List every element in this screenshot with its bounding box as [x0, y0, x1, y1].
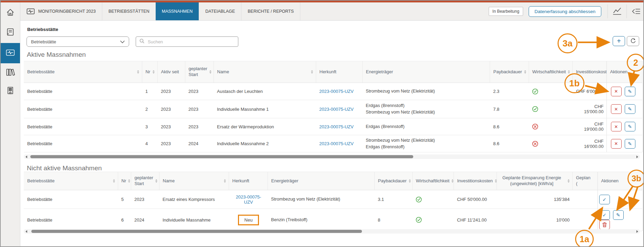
tab-monitoringbericht[interactable]: MONITORINGBERICHT 2023: [20, 2, 102, 20]
col-paybackdauer: Paybackdauer: [374, 172, 412, 190]
home-icon: [6, 8, 15, 18]
sort-icon[interactable]: [495, 179, 497, 183]
activate-button[interactable]: ✓: [599, 210, 610, 220]
top-navbar: MONITORINGBERICHT 2023 BETRIEBSSTÄTTEN M…: [20, 2, 644, 21]
horizontal-scrollbar[interactable]: [24, 229, 640, 234]
tab-label: BERICHTE / REPORTS: [248, 9, 294, 14]
collapse-panel-icon[interactable]: [630, 6, 642, 17]
status-icon: [532, 88, 570, 95]
col-wirtschaftlichkeit: Wirtschaftlichkeit: [412, 172, 454, 190]
deactivate-button[interactable]: ✕: [611, 122, 622, 131]
sort-icon[interactable]: [209, 70, 211, 74]
top-accent-stripe: [1, 1, 643, 2]
add-massnahme-button[interactable]: +: [613, 36, 625, 46]
herkunft-link[interactable]: 2023-00075-UZV: [319, 141, 354, 146]
edit-button[interactable]: ✎: [625, 104, 635, 114]
sidebar-item-home[interactable]: [1, 4, 20, 22]
betriebsstaette-dropdown[interactable]: Betriebstätte: [27, 36, 129, 47]
scrollbar-thumb[interactable]: [31, 230, 362, 233]
callout-3a: 3a: [558, 33, 578, 53]
sort-icon[interactable]: [155, 179, 157, 183]
active-measures-table: Betriebsstätte Nr Aktiv seit geplanter S…: [24, 61, 643, 152]
status-icon: [416, 196, 451, 203]
chart-icon[interactable]: [611, 6, 623, 17]
sort-icon[interactable]: [568, 179, 570, 183]
finish-data-entry-button[interactable]: Datenerfassung abschliessen: [529, 6, 601, 17]
status-badge: In Bearbeitung: [489, 7, 523, 16]
col-betriebsstaette: Betriebsstätte: [24, 172, 118, 190]
col-nr: Nr: [118, 172, 131, 190]
sidebar-item-library[interactable]: [1, 67, 20, 79]
scrollbar-thumb[interactable]: [30, 155, 413, 158]
col-herkunft: Herkunft: [229, 172, 268, 190]
sort-icon[interactable]: [311, 70, 313, 74]
scroll-right-arrow[interactable]: [636, 155, 638, 158]
delete-button[interactable]: [599, 220, 610, 229]
herkunft-link[interactable]: 2023-00075-UZV: [235, 194, 263, 205]
app-window: MONITORINGBERICHT 2023 BETRIEBSSTÄTTEN M…: [0, 0, 644, 247]
activate-button[interactable]: ✓: [599, 195, 610, 204]
edit-button[interactable]: ✎: [613, 210, 624, 220]
tab-betriebsstaetten[interactable]: BETRIEBSSTÄTTEN: [102, 2, 156, 20]
tab-massnahmen[interactable]: MASSNAHMEN: [156, 2, 199, 20]
tab-berichte-reports[interactable]: BERICHTE / REPORTS: [241, 2, 300, 20]
edit-button[interactable]: ✎: [625, 122, 635, 131]
table-row: Betriebstätte 1 2023 2023 Austasch der L…: [24, 83, 642, 100]
tab-label: MONITORINGBERICHT 2023: [38, 9, 96, 14]
table-row: Betriebstätte 6 2024 Individuelle Massna…: [24, 209, 642, 231]
col-investitionskosten: Investitionskosten: [454, 172, 497, 190]
neu-highlight-box: Neu: [238, 215, 259, 225]
deactivate-button[interactable]: ✕: [611, 87, 622, 96]
sort-icon[interactable]: [113, 179, 115, 183]
col-nr: Nr: [142, 61, 157, 83]
col-name: Name: [159, 172, 229, 190]
deactivate-button[interactable]: ✕: [611, 104, 622, 114]
callout-3b: 3b: [627, 170, 644, 187]
sidebar-item-journal[interactable]: [1, 26, 20, 39]
chevron-down-icon: [120, 39, 125, 45]
col-geplante-truncated: Geplan(: [572, 172, 598, 190]
callout-1a: 1a: [575, 230, 594, 247]
herkunft-link[interactable]: 2023-00075-UZV: [319, 124, 354, 129]
sort-icon[interactable]: [524, 70, 526, 74]
col-aktiv-seit: Aktiv seit: [157, 61, 185, 83]
search-box: [136, 36, 238, 47]
monitoring-pulse-icon: [27, 8, 35, 15]
sort-icon[interactable]: [409, 179, 411, 183]
sort-icon[interactable]: [153, 70, 155, 74]
status-icon: [532, 141, 570, 147]
col-energietraeger: Energieträger: [362, 61, 490, 83]
sort-icon[interactable]: [128, 179, 130, 183]
sort-icon[interactable]: [224, 179, 226, 183]
herkunft-link[interactable]: 2023-00075-UZV: [319, 89, 354, 94]
col-paybackdauer: Paybackdauer: [490, 61, 529, 83]
scroll-right-arrow[interactable]: [636, 230, 638, 233]
col-geplante-einsparung: Geplante Einsparung Energie (ungewichtet…: [497, 172, 572, 190]
table-row: Betriebstätte 3 2023 2023 Ersatz der Wär…: [24, 118, 642, 135]
search-input[interactable]: [147, 39, 235, 45]
table-row: Betriebstätte 5 2023 Ersatz eines Kompre…: [24, 190, 642, 209]
sort-icon[interactable]: [568, 70, 570, 74]
sort-icon[interactable]: [137, 70, 139, 74]
monitoring-pulse-icon: [6, 49, 15, 58]
book-icon: [6, 28, 15, 38]
table-header-row: Betriebsstätte Nr Aktiv seit geplanter S…: [24, 61, 642, 83]
tab-dateiablage[interactable]: DATEIABLAGE: [199, 2, 241, 20]
sort-icon[interactable]: [451, 179, 454, 183]
table-row: Betriebstätte 4 2023 2024 Individuelle M…: [24, 135, 642, 152]
deactivate-button[interactable]: ✕: [611, 139, 622, 149]
col-geplanter-start: geplanter Start: [131, 172, 159, 190]
edit-button[interactable]: ✎: [625, 139, 635, 149]
scroll-left-arrow[interactable]: [25, 155, 27, 158]
divider: [626, 4, 627, 18]
library-books-icon: [6, 68, 15, 78]
sidebar-item-building[interactable]: [1, 85, 20, 97]
herkunft-link[interactable]: 2023-00075-UZV: [319, 107, 354, 112]
refresh-button[interactable]: [627, 36, 639, 46]
building-icon: [6, 86, 15, 96]
status-icon: [532, 106, 570, 112]
edit-button[interactable]: ✎: [625, 87, 635, 96]
horizontal-scrollbar[interactable]: [24, 154, 640, 159]
sidebar-item-monitoring[interactable]: [1, 43, 20, 63]
scroll-left-arrow[interactable]: [25, 230, 27, 233]
